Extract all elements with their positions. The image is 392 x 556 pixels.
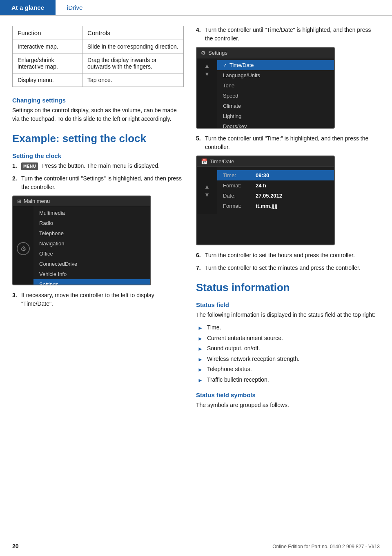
td-left-nav: ▲ ▼ [197,167,217,214]
table-cell-controls: Drag the display inwards or outwards wit… [82,53,184,73]
bullet-traffic-text: Traffic bulletin reception. [207,376,269,384]
td-value-time: 09:30 [256,172,269,178]
status-field-symbols-heading: Status field symbols [196,391,380,398]
bullet-time: ► Time. [196,323,380,332]
settings-screenshot: ⚙ Settings ▲ ▼ ✓ Time/Date Language/Unit… [196,47,335,129]
ss-item-language[interactable]: Language/Units [217,70,334,80]
step-7-text: Turn the controller to set the minutes a… [205,264,380,272]
bullet-time-text: Time. [207,323,221,332]
tab-at-a-glance[interactable]: At a glance [0,0,56,15]
bullet-sound: ► Sound output, on/off. [196,344,380,353]
step-5-text: Turn the controller until "Time:" is hig… [205,134,380,151]
mm-item-office[interactable]: Office [33,249,150,259]
step-4-text: Turn the controller until "Time/Date" is… [205,26,380,43]
td-header: 📅 Time/Date [197,156,334,167]
mm-header: ⊞ Main menu [13,196,150,206]
td-label-format1: Format: [223,182,256,189]
step-7: 7. Turn the controller to set the minute… [196,264,380,272]
step-6-number: 6. [196,251,205,260]
table-row: Display menu. Tap once. [13,73,184,87]
table-row: Enlarge/shrink interactive map. Drag the… [13,53,184,73]
status-information-heading: Status information [196,281,380,294]
step-5: 5. Turn the controller until "Time:" is … [196,134,380,151]
tab-idrive[interactable]: iDrive [56,0,94,15]
bullet-arrow-icon: ► [198,324,203,332]
bullet-arrow-icon: ► [198,356,203,364]
ss-body: ▲ ▼ ✓ Time/Date Language/Units Tone Spee… [197,58,334,129]
table-cell-function: Interactive map. [13,40,82,53]
td-header-icon: 📅 [201,158,207,165]
gear-icon: ⚙ [17,242,30,255]
step-5-list: 5. Turn the controller until "Time:" is … [196,134,380,151]
changing-settings-text: Settings on the control display, such as… [12,106,184,123]
steps-list-right: 4. Turn the controller until "Time/Date"… [196,26,380,43]
ss-header: ⚙ Settings [197,48,334,58]
step-1-number: 1. [12,162,21,170]
bullet-telephone: ► Telephone status. [196,365,380,374]
table-col-function: Function [13,26,82,40]
td-body: ▲ ▼ Time: 09:30 Format: 24 h Date: [197,167,334,214]
table-row: Interactive map. Slide in the correspond… [13,40,184,53]
ss-item-timedate[interactable]: ✓ Time/Date [217,60,334,70]
main-content: Function Controls Interactive map. Slide… [0,16,392,430]
mm-item-connecteddrive[interactable]: ConnectedDrive [33,259,150,269]
step-6: 6. Turn the controller to set the hours … [196,251,380,260]
step-2-number: 2. [12,174,21,183]
step-3-text: If necessary, move the controller to the… [21,291,184,308]
steps-6-7-list: 6. Turn the controller to set the hours … [196,251,380,272]
mm-item-settings[interactable]: Settings [33,279,150,285]
mm-item-vehicleinfo[interactable]: Vehicle Info [33,269,150,279]
mm-body: ⚙ Multimedia Radio Telephone Navigation … [13,206,150,285]
ss-arrows: ▲ ▼ [204,62,210,77]
table-cell-controls: Slide in the corresponding direction. [82,40,184,53]
ss-item-climate[interactable]: Climate [217,101,334,111]
left-column: Function Controls Interactive map. Slide… [12,26,184,414]
header: At a glance iDrive [0,0,392,16]
td-value-date: 27.05.2012 [256,193,282,199]
step-1: 1. MENU Press the button. The main menu … [12,162,184,170]
status-field-symbols-text: The symbols are grouped as follows. [196,401,380,409]
bullet-entertainment: ► Current entertainment source. [196,334,380,343]
td-value-format1: 24 h [256,182,266,189]
status-information-section: Status information Status field The foll… [196,281,380,409]
td-value-format2: tt.mm.jjjj [256,203,277,209]
ss-item-lighting[interactable]: Lighting [217,111,334,121]
up-arrow-icon: ▲ [204,62,210,69]
table-col-controls: Controls [82,26,184,40]
table-cell-function: Display menu. [13,73,82,87]
table-cell-function: Enlarge/shrink interactive map. [13,53,82,73]
ss-header-icon: ⚙ [201,50,206,56]
ss-item-doors[interactable]: Doors/key [217,121,334,129]
main-menu-screenshot: ⊞ Main menu ⚙ Multimedia Radio Telephone… [12,196,151,285]
function-controls-table: Function Controls Interactive map. Slide… [12,26,184,87]
example-heading: Example: setting the clock [12,132,184,145]
td-down-arrow-icon: ▼ [204,191,210,198]
copyright-text: Online Edition for Part no. 0140 2 909 8… [272,544,380,549]
ss-item-speed[interactable]: Speed [217,91,334,101]
right-column: 4. Turn the controller until "Time/Date"… [196,26,380,414]
ss-left-nav: ▲ ▼ [197,58,217,129]
step-1-content: MENU Press the button. The main menu is … [21,162,184,170]
td-label-time: Time: [223,172,256,178]
menu-button-icon: MENU [21,162,38,170]
td-label-date: Date: [223,193,256,199]
ss-item-tone[interactable]: Tone [217,80,334,91]
bullet-wireless-text: Wireless network reception strength. [207,355,299,363]
status-field-heading: Status field [196,301,380,308]
mm-item-multimedia[interactable]: Multimedia [33,208,150,218]
step-6-text: Turn the controller to set the hours and… [205,251,380,260]
step-2-text: Turn the controller until "Settings" is … [21,174,184,191]
mm-item-navigation[interactable]: Navigation [33,238,150,249]
step-2: 2. Turn the controller until "Settings" … [12,174,184,191]
changing-settings-heading: Changing settings [12,97,184,104]
down-arrow-icon: ▼ [204,71,210,77]
mm-item-telephone[interactable]: Telephone [33,228,150,238]
mm-left-nav: ⚙ [13,206,33,285]
td-label-format2: Format: [223,203,256,209]
mm-item-radio[interactable]: Radio [33,218,150,228]
bullet-arrow-icon: ► [198,376,203,385]
mm-header-icon: ⊞ [17,198,21,204]
step-3-number: 3. [12,291,21,300]
step-7-number: 7. [196,264,205,272]
check-icon: ✓ [223,62,227,68]
